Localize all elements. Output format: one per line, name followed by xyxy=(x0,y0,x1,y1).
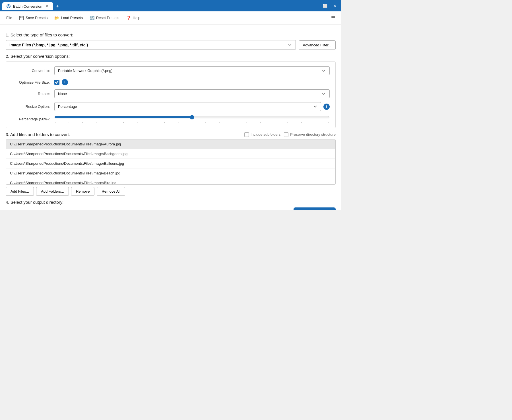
rotate-row: Rotate: None xyxy=(12,89,330,98)
minimize-button[interactable]: — xyxy=(311,2,320,9)
resize-row: Resize Option: Percentage i xyxy=(12,102,330,111)
rotate-control: None xyxy=(54,89,330,98)
add-folders-button[interactable]: Add Folders... xyxy=(36,187,69,196)
resize-select[interactable]: Percentage xyxy=(54,102,321,111)
section1-label: 1. Select the type of files to convert: xyxy=(6,32,336,37)
file-type-row: Image Files (*.bmp, *.jpg, *.png, *.tiff… xyxy=(6,40,336,50)
output-row: Choose... Convert xyxy=(6,207,336,210)
reset-presets-icon: 🔄 xyxy=(90,16,94,20)
file-menu-label: File xyxy=(6,16,12,20)
optimize-checkbox[interactable] xyxy=(54,80,59,85)
load-presets-icon: 📂 xyxy=(54,16,59,20)
add-files-button[interactable]: Add Files... xyxy=(6,187,34,196)
percentage-control: . . . . . . . . . . . . . . . . . xyxy=(54,115,330,123)
optimize-label: Optimize File Size: xyxy=(12,80,54,85)
files-header: 3. Add files and folders to convert: Inc… xyxy=(6,132,336,137)
hamburger-menu[interactable]: ☰ xyxy=(328,13,338,22)
section2-label: 2. Select your conversion options: xyxy=(6,54,336,59)
convert-to-control: Portable Network Graphic (*.png) xyxy=(54,66,330,75)
files-list: C:\Users\SharpenedProductions\Documents\… xyxy=(6,139,336,185)
new-tab-button[interactable]: + xyxy=(53,3,62,9)
rotate-label: Rotate: xyxy=(12,92,54,96)
include-subfolders-label[interactable]: Include subfolders xyxy=(244,132,281,137)
resize-label: Resize Option: xyxy=(12,104,54,109)
optimize-row: Optimize File Size: i xyxy=(12,79,330,85)
load-presets-label: Load Presets xyxy=(61,16,83,20)
percentage-slider[interactable] xyxy=(54,115,330,120)
section4-label: 4. Select your output directory: xyxy=(6,200,336,205)
options-panel: Convert to: Portable Network Graphic (*.… xyxy=(6,61,336,128)
remove-all-button[interactable]: Remove All xyxy=(97,187,125,196)
file-type-select[interactable]: Image Files (*.bmp, *.jpg, *.png, *.tiff… xyxy=(6,40,296,50)
convert-button[interactable]: Convert xyxy=(294,207,336,210)
reset-presets-label: Reset Presets xyxy=(96,16,119,20)
load-presets-menu[interactable]: 📂 Load Presets xyxy=(51,14,86,22)
convert-to-row: Convert to: Portable Network Graphic (*.… xyxy=(12,66,330,75)
include-subfolders-checkbox[interactable] xyxy=(244,132,249,137)
percentage-label: Percentage (50%): xyxy=(12,117,54,121)
section3-label: 3. Add files and folders to convert: xyxy=(6,132,240,137)
close-button[interactable]: ✕ xyxy=(331,2,339,9)
help-label: Help xyxy=(133,16,141,20)
advanced-filter-button[interactable]: Advanced Filter... xyxy=(299,40,336,50)
file-item[interactable]: C:\Users\SharpenedProductions\Documents\… xyxy=(6,168,335,178)
file-item[interactable]: C:\Users\SharpenedProductions\Documents\… xyxy=(6,139,335,149)
save-presets-menu[interactable]: 💾 Save Presets xyxy=(16,14,50,22)
file-item[interactable]: C:\Users\SharpenedProductions\Documents\… xyxy=(6,159,335,168)
convert-to-select[interactable]: Portable Network Graphic (*.png) xyxy=(54,66,330,75)
save-presets-icon: 💾 xyxy=(19,16,24,20)
file-item[interactable]: C:\Users\SharpenedProductions\Documents\… xyxy=(6,149,335,159)
main-content: 1. Select the type of files to convert: … xyxy=(0,24,341,210)
resize-info-icon[interactable]: i xyxy=(323,104,330,110)
svg-point-0 xyxy=(7,5,10,8)
tab-icon xyxy=(6,4,11,9)
resize-control: Percentage i xyxy=(54,102,330,111)
preserve-dir-label[interactable]: Preserve directory structure xyxy=(284,132,336,137)
percentage-row: Percentage (50%): . . . . . . . . . . . … xyxy=(12,115,330,123)
file-menu[interactable]: File xyxy=(3,14,15,22)
optimize-control: i xyxy=(54,79,330,85)
slider-ticks: . . . . . . . . . . . . . . . . . xyxy=(54,120,330,123)
file-item[interactable]: C:\Users\SharpenedProductions\Documents\… xyxy=(6,178,335,185)
main-tab[interactable]: Batch Conversion ✕ xyxy=(2,2,53,10)
window-controls: — ⬜ ✕ xyxy=(311,2,339,9)
tab-title: Batch Conversion xyxy=(13,4,42,9)
preserve-dir-checkbox[interactable] xyxy=(284,132,288,137)
help-icon: ❓ xyxy=(126,16,131,20)
title-bar: Batch Conversion ✕ + — ⬜ ✕ xyxy=(0,0,341,11)
tab-close-button[interactable]: ✕ xyxy=(45,4,49,9)
help-menu[interactable]: ❓ Help xyxy=(123,14,143,22)
menu-bar: File 💾 Save Presets 📂 Load Presets 🔄 Res… xyxy=(0,11,341,24)
maximize-button[interactable]: ⬜ xyxy=(321,2,329,9)
convert-to-label: Convert to: xyxy=(12,69,54,73)
rotate-select[interactable]: None xyxy=(54,89,330,98)
reset-presets-menu[interactable]: 🔄 Reset Presets xyxy=(87,14,122,22)
optimize-info-icon[interactable]: i xyxy=(62,79,68,85)
files-buttons: Add Files... Add Folders... Remove Remov… xyxy=(6,187,336,196)
save-presets-label: Save Presets xyxy=(26,16,48,20)
files-header-options: Include subfolders Preserve directory st… xyxy=(244,132,336,137)
remove-button[interactable]: Remove xyxy=(71,187,94,196)
